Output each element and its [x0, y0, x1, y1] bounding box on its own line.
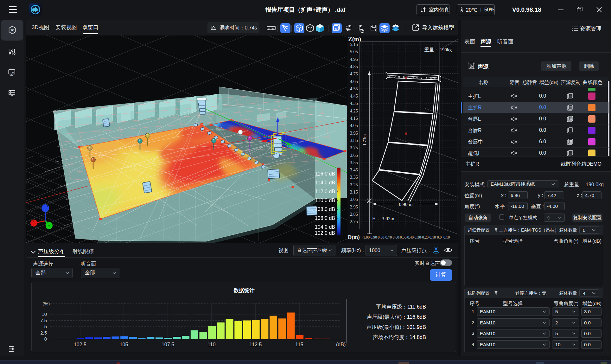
svg-text:-0.20: -0.20 [421, 235, 429, 239]
svg-text:3.75: 3.75 [350, 145, 358, 150]
svg-text:1.73m: 1.73m [362, 134, 367, 146]
svg-text:TI: TI [12, 72, 14, 74]
svg-text:2.75: 2.75 [350, 219, 358, 224]
svg-text:102.5: 102.5 [74, 342, 86, 347]
svg-text:0.10: 0.10 [443, 235, 450, 239]
svg-text:平均声压级：111.6dB: 平均声压级：111.6dB [376, 304, 426, 310]
svg-text:105: 105 [120, 342, 128, 347]
svg-text:0.90 m: 0.90 m [399, 201, 412, 207]
svg-text:重量： 190kg: 重量： 190kg [424, 47, 452, 52]
svg-text:-0.70: -0.70 [384, 235, 392, 239]
svg-text:3.45: 3.45 [350, 167, 358, 172]
svg-text:Z: Z [47, 205, 49, 208]
svg-text:3.35: 3.35 [350, 175, 358, 180]
svg-text:-0.40: -0.40 [406, 235, 414, 239]
svg-text:Y: Y [48, 224, 50, 227]
svg-text:-0.90: -0.90 [369, 235, 377, 239]
svg-text:112.0 dB: 112.0 dB [315, 189, 335, 194]
svg-text:110.0 dB: 110.0 dB [315, 198, 335, 203]
svg-text:4.75: 4.75 [350, 71, 358, 76]
svg-text:D(m): D(m) [348, 234, 360, 240]
svg-text:4.35: 4.35 [350, 101, 358, 106]
svg-text:114.0 dB: 114.0 dB [315, 180, 335, 185]
svg-text:2.85: 2.85 [350, 212, 358, 217]
svg-text:3D: 3D [10, 29, 14, 32]
svg-text:5.15: 5.15 [350, 42, 358, 47]
svg-text:4.95: 4.95 [350, 57, 358, 62]
svg-text:3.05: 3.05 [350, 197, 358, 202]
svg-text:10: 10 [41, 311, 47, 317]
svg-text:102.0 dB: 102.0 dB [315, 230, 335, 236]
svg-text:106.0 dB: 106.0 dB [315, 215, 335, 221]
svg-text:5.05: 5.05 [350, 49, 358, 54]
svg-text:Z(m): Z(m) [348, 36, 361, 43]
svg-text:104.0 dB: 104.0 dB [315, 224, 335, 230]
svg-text:4.05: 4.05 [350, 123, 358, 128]
svg-text:110: 110 [207, 342, 216, 347]
svg-text:(%): (%) [42, 301, 50, 306]
svg-text:-0.80: -0.80 [377, 235, 384, 239]
svg-text:6: 6 [335, 27, 337, 30]
svg-text:0: 0 [44, 336, 47, 342]
svg-text:4.65: 4.65 [350, 79, 358, 84]
svg-text:H： 3.02m: H： 3.02m [372, 216, 394, 221]
svg-text:3.85: 3.85 [350, 138, 358, 143]
svg-text:声压级(最大值)：116.6dB: 声压级(最大值)：116.6dB [367, 314, 426, 320]
svg-text:3.15: 3.15 [350, 189, 358, 195]
svg-text:2.95: 2.95 [350, 204, 358, 209]
svg-text:3.95: 3.95 [350, 131, 358, 136]
svg-text:-0.60: -0.60 [391, 235, 399, 239]
svg-text:108.0 dB: 108.0 dB [315, 207, 335, 212]
svg-text:4.85: 4.85 [350, 64, 358, 69]
svg-text:-0.50: -0.50 [399, 235, 406, 239]
svg-text:2.5: 2.5 [40, 330, 47, 335]
svg-text:7.5: 7.5 [40, 318, 47, 323]
svg-text:4.25: 4.25 [350, 108, 358, 113]
svg-text:116.0 dB: 116.0 dB [315, 171, 335, 176]
svg-text:3.55: 3.55 [350, 160, 358, 165]
svg-text:4.15: 4.15 [350, 116, 358, 121]
svg-text:声场不均匀度：14.8dB: 声场不均匀度：14.8dB [373, 334, 426, 340]
svg-text:-0.10: -0.10 [428, 235, 436, 239]
svg-text:声压级(最小值)：101.9dB: 声压级(最小值)：101.9dB [366, 324, 426, 330]
svg-text:107.5: 107.5 [162, 342, 174, 347]
svg-text:115: 115 [295, 342, 303, 347]
svg-text:-1.00: -1.00 [362, 235, 370, 239]
svg-text:(dB): (dB) [336, 342, 346, 347]
svg-text:X: X [32, 220, 34, 223]
svg-text:3.25: 3.25 [350, 182, 358, 187]
svg-text:0.0: 0.0 [437, 235, 442, 239]
svg-text:112.5: 112.5 [250, 342, 262, 347]
svg-text:5: 5 [44, 324, 47, 329]
svg-text:3.65: 3.65 [350, 153, 358, 158]
svg-text:4.45: 4.45 [350, 93, 358, 99]
svg-text:-0.30: -0.30 [413, 235, 421, 239]
svg-text:4.55: 4.55 [350, 86, 358, 91]
